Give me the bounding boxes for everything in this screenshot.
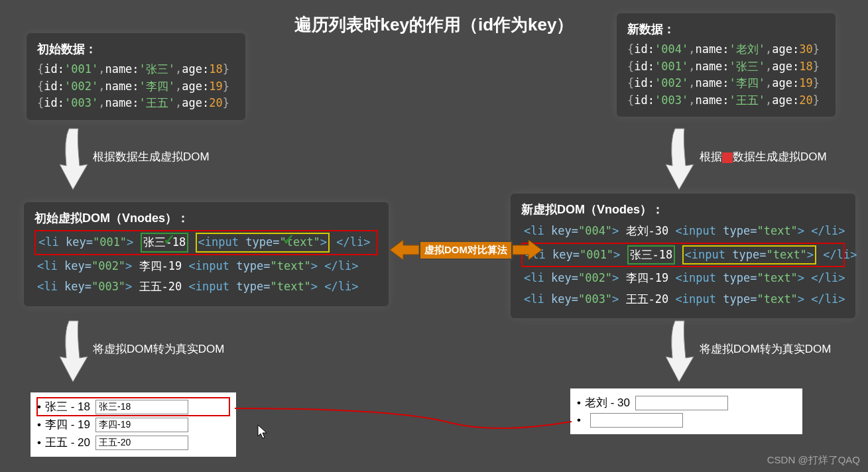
- data-record: {id:'001',name:'张三',age:18}: [627, 58, 825, 76]
- left-vdom-title: 初始虚拟DOM（Vnodes）：: [34, 210, 378, 226]
- right-real-dom: 老刘 - 30: [570, 388, 802, 434]
- list-item-input[interactable]: [590, 413, 683, 428]
- checkmark-icon: ✓: [163, 231, 175, 249]
- list-item-label: 张三 - 18: [45, 399, 90, 414]
- left-data-title: 初始数据：: [37, 41, 235, 57]
- arrow-down-icon: [663, 318, 696, 384]
- data-record: {id:'003',name:'王五',age:20}: [627, 92, 825, 109]
- arrow-down-icon: [663, 126, 696, 192]
- list-item-label: 老刘 - 30: [585, 395, 630, 410]
- list-item-input[interactable]: [635, 396, 728, 410]
- checkmark-icon: ✓: [282, 231, 294, 249]
- left-data-panel: 初始数据： {id:'001',name:'张三',age:18}{id:'00…: [27, 33, 245, 120]
- red-connector-line: [232, 398, 577, 431]
- right-data-title: 新数据：: [627, 21, 825, 37]
- diff-arrow: 虚拟DOM对比算法: [390, 239, 542, 261]
- data-record: {id:'002',name:'李四',age:19}: [627, 75, 825, 92]
- list-item-input[interactable]: [95, 400, 188, 414]
- list-item-input[interactable]: [95, 418, 188, 432]
- data-record: {id:'001',name:'张三',age:18}: [37, 61, 235, 78]
- diff-label: 虚拟DOM对比算法: [419, 241, 513, 260]
- data-record: {id:'002',name:'李四',age:19}: [37, 78, 235, 95]
- red-square-icon: [722, 152, 733, 163]
- list-item: 李四 - 19: [37, 416, 229, 434]
- data-record: {id:'003',name:'王五',age:20}: [37, 95, 235, 112]
- vdom-line: <li key="002"> 李四-19 <input type="text">…: [521, 268, 845, 288]
- data-record: {id:'004',name:'老刘',age:30}: [627, 41, 825, 58]
- left-vdom-panel: 初始虚拟DOM（Vnodes）： <li key="001"> 张三-18 <i…: [24, 202, 389, 306]
- vdom-line: <li key="003"> 王五-20 <input type="text">…: [34, 277, 378, 297]
- arrow-right-icon: [513, 239, 542, 261]
- page-title: 遍历列表时key的作用（id作为key）: [294, 13, 574, 36]
- arrow-left-icon: [390, 239, 419, 261]
- left-real-dom: 张三 - 18李四 - 19王五 - 20: [31, 392, 236, 457]
- arrow-down-icon: [57, 126, 90, 192]
- vdom-line: <li key="003"> 王五-20 <input type="text">…: [521, 290, 845, 310]
- right-vdom-panel: 新虚拟DOM（Vnodes）： <li key="004"> 老刘-30 <in…: [511, 194, 855, 318]
- left-step1-label: 根据数据生成虚拟DOM: [93, 149, 210, 164]
- vdom-line: <li key="004"> 老刘-30 <input type="text">…: [521, 221, 845, 241]
- arrow-down-icon: [57, 318, 90, 384]
- list-item: [577, 412, 796, 429]
- right-vdom-title: 新虚拟DOM（Vnodes）：: [521, 202, 845, 217]
- list-item-label: 李四 - 19: [45, 417, 90, 432]
- left-step2-label: 将虚拟DOM转为真实DOM: [93, 341, 224, 357]
- cursor-icon: [257, 424, 268, 442]
- right-step1-label: 根据数据生成虚拟DOM: [700, 149, 827, 164]
- list-item: 王五 - 20: [37, 434, 229, 451]
- list-item: 老刘 - 30: [577, 394, 796, 412]
- vdom-line: <li key="001"> 张三-18 <input type="text">…: [521, 243, 845, 268]
- vdom-line: <li key="001"> 张三-18 <input type="text">…: [34, 230, 378, 255]
- watermark: CSDN @打烊了QAQ: [767, 454, 860, 467]
- list-item-label: 王五 - 20: [45, 435, 90, 450]
- list-item-input[interactable]: [95, 436, 188, 450]
- list-item: 张三 - 18: [37, 398, 229, 416]
- vdom-line: <li key="002"> 李四-19 <input type="text">…: [34, 257, 378, 276]
- right-data-panel: 新数据： {id:'004',name:'老刘',age:30}{id:'001…: [617, 13, 836, 117]
- right-step2-label: 将虚拟DOM转为真实DOM: [700, 341, 831, 357]
